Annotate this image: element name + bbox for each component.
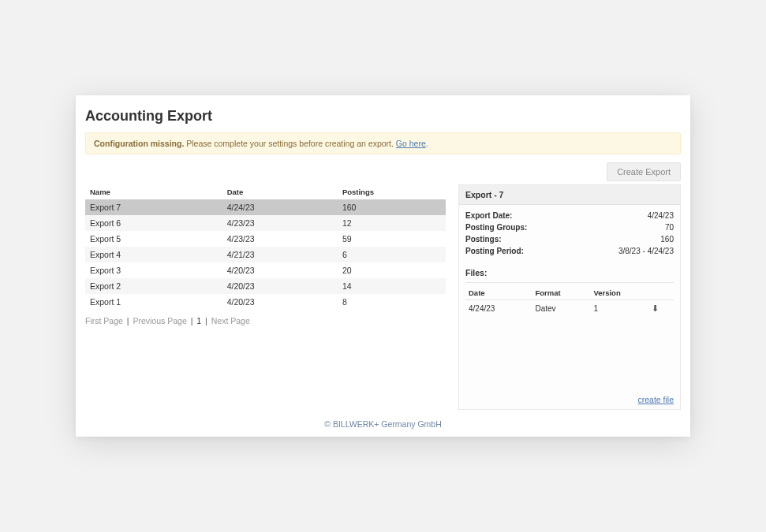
files-col-format: Format: [532, 286, 590, 300]
cell-name: Export 4: [85, 247, 222, 262]
exports-table-header-row: Name Date Postings: [85, 184, 446, 199]
pager-prev[interactable]: Previous Page: [133, 316, 186, 326]
col-date: Date: [222, 184, 338, 199]
footer-copyright: © BILLWERK+ Germany GmbH: [76, 413, 690, 437]
files-table: Date Format Version 4/24/23Datev1⬇: [465, 286, 674, 317]
alert-text: Please complete your settings before cre…: [184, 139, 395, 148]
pager-next[interactable]: Next Page: [211, 316, 250, 326]
cell-date: 4/20/23: [222, 262, 338, 278]
cell-postings: 14: [338, 278, 446, 294]
k-posting-groups: Posting Groups:: [465, 223, 527, 232]
k-postings: Postings:: [465, 235, 502, 244]
cell-postings: 12: [338, 215, 446, 231]
kv-export-date: Export Date: 4/24/23: [465, 210, 674, 221]
file-cell-version: 1: [590, 300, 648, 318]
cell-date: 4/20/23: [222, 278, 338, 294]
alert-after: .: [426, 139, 428, 148]
v-posting-groups: 70: [665, 223, 674, 232]
cell-postings: 8: [338, 294, 446, 310]
cell-postings: 160: [338, 199, 446, 215]
cell-name: Export 7: [85, 199, 222, 215]
pager: First Page | Previous Page | 1 | Next Pa…: [85, 316, 446, 326]
pager-first[interactable]: First Page: [85, 316, 123, 326]
cell-name: Export 1: [85, 294, 222, 310]
toolbar: Create Export: [85, 162, 681, 181]
files-divider: [465, 282, 674, 283]
file-download-cell: ⬇: [648, 300, 674, 318]
page-content: Accounting Export Configuration missing.…: [76, 95, 690, 413]
cell-date: 4/23/23: [222, 231, 338, 247]
cell-name: Export 5: [85, 231, 222, 247]
config-missing-alert: Configuration missing. Please complete y…: [85, 132, 681, 154]
pager-sep: |: [205, 316, 207, 326]
file-row: 4/24/23Datev1⬇: [465, 300, 674, 318]
files-heading: Files:: [465, 268, 674, 277]
alert-go-here-link[interactable]: Go here: [396, 139, 426, 148]
col-postings: Postings: [338, 184, 446, 199]
k-export-date: Export Date:: [465, 211, 512, 220]
cell-postings: 6: [338, 247, 446, 262]
pager-current: 1: [196, 316, 201, 326]
download-icon[interactable]: ⬇: [652, 303, 659, 313]
table-row[interactable]: Export 64/23/2312: [85, 215, 446, 231]
create-file-row: create file: [459, 390, 680, 409]
v-postings: 160: [660, 235, 674, 244]
detail-title: Export - 7: [459, 185, 680, 205]
cell-date: 4/23/23: [222, 215, 338, 231]
col-name: Name: [85, 184, 222, 199]
v-export-date: 4/24/23: [648, 211, 674, 220]
cell-postings: 20: [338, 262, 446, 278]
create-export-button[interactable]: Create Export: [607, 162, 681, 181]
cell-date: 4/21/23: [222, 247, 338, 262]
pager-sep: |: [191, 316, 193, 326]
pager-sep: |: [127, 316, 129, 326]
cell-name: Export 3: [85, 262, 222, 278]
page-title: Accounting Export: [85, 108, 681, 125]
app-window: Accounting Export Configuration missing.…: [76, 95, 690, 437]
table-row[interactable]: Export 14/20/238: [85, 294, 446, 310]
files-col-date: Date: [465, 286, 532, 300]
cell-name: Export 6: [85, 215, 222, 231]
kv-posting-period: Posting Period: 3/8/23 - 4/24/23: [465, 245, 674, 257]
detail-body: Export Date: 4/24/23 Posting Groups: 70 …: [459, 205, 680, 390]
file-cell-format: Datev: [532, 300, 590, 318]
files-col-version: Version: [590, 286, 648, 300]
main-split: Name Date Postings Export 74/24/23160Exp…: [85, 184, 681, 410]
table-row[interactable]: Export 74/24/23160: [85, 199, 446, 215]
files-col-action: [648, 286, 674, 300]
files-table-header-row: Date Format Version: [465, 286, 674, 300]
alert-bold: Configuration missing.: [94, 139, 184, 148]
export-list-panel: Name Date Postings Export 74/24/23160Exp…: [85, 184, 446, 410]
export-detail-panel: Export - 7 Export Date: 4/24/23 Posting …: [458, 184, 681, 410]
file-cell-date: 4/24/23: [465, 300, 532, 318]
create-file-link[interactable]: create file: [637, 395, 674, 404]
table-row[interactable]: Export 44/21/236: [85, 247, 446, 262]
v-posting-period: 3/8/23 - 4/24/23: [618, 247, 674, 255]
table-row[interactable]: Export 24/20/2314: [85, 278, 446, 294]
cell-date: 4/24/23: [222, 199, 338, 215]
k-posting-period: Posting Period:: [465, 247, 524, 255]
cell-postings: 59: [338, 231, 446, 247]
cell-date: 4/20/23: [222, 294, 338, 310]
table-row[interactable]: Export 34/20/2320: [85, 262, 446, 278]
table-row[interactable]: Export 54/23/2359: [85, 231, 446, 247]
exports-table: Name Date Postings Export 74/24/23160Exp…: [85, 184, 446, 310]
cell-name: Export 2: [85, 278, 222, 294]
kv-postings: Postings: 160: [465, 233, 674, 245]
kv-posting-groups: Posting Groups: 70: [465, 221, 674, 233]
